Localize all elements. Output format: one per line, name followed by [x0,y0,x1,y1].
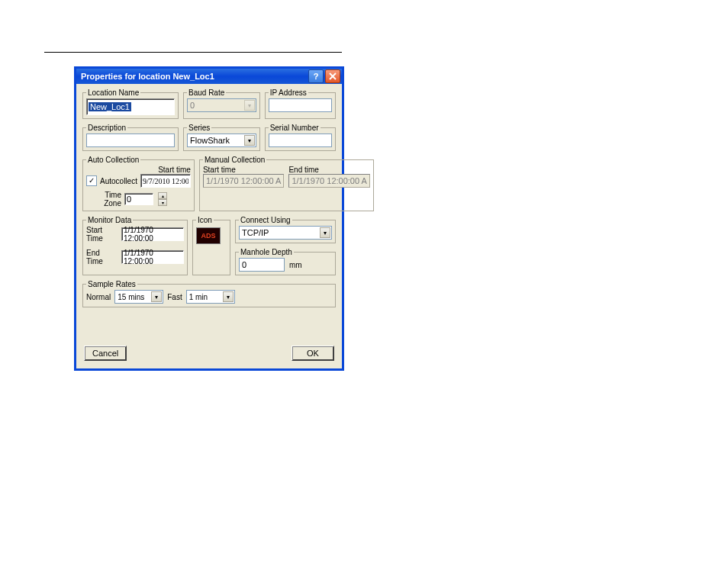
manhole-depth-input[interactable] [239,258,285,272]
ip-address-group: IP Address [265,88,336,119]
fast-label: Fast [167,293,182,301]
chevron-down-icon: ▾ [223,291,234,302]
chevron-down-icon: ▾ [320,227,330,238]
location-name-label: Location Name [86,88,140,97]
location-name-input[interactable]: New_Loc1 [89,102,131,111]
ip-address-label: IP Address [269,88,308,97]
series-group: Series FlowShark ▾ [183,124,260,151]
autocollect-starttime-input[interactable] [140,174,191,188]
monitor-data-group: Monitor Data Start Time 1/1/1970 12:00:0… [82,216,188,275]
close-icon [329,72,337,80]
cancel-button[interactable]: Cancel [84,346,127,361]
description-input[interactable] [86,134,175,147]
titlebar[interactable]: Properties for location New_Loc1 ? [76,69,342,84]
connect-using-select[interactable]: TCP/IP ▾ [239,226,332,240]
monitor-starttime-input[interactable]: 1/1/1970 12:00:00 [121,227,184,241]
sample-rates-group: Sample Rates Normal 15 mins ▾ Fast 1 min… [82,280,336,307]
properties-dialog: Properties for location New_Loc1 ? Locat… [75,67,343,370]
monitor-starttime-label: Start Time [86,226,118,243]
normal-label: Normal [86,293,111,301]
spinner-up-icon[interactable]: ▴ [158,192,167,199]
series-label: Series [187,124,211,132]
location-name-group: Location Name New_Loc1 [82,88,179,119]
chevron-down-icon: ▾ [244,135,255,146]
manual-endtime-label: End time [288,166,369,174]
manual-starttime-label: Start time [203,166,284,174]
autocollect-label: Autocollect [100,177,137,185]
spinner-down-icon[interactable]: ▾ [158,199,167,206]
fast-rate-select[interactable]: 1 min ▾ [186,290,235,304]
auto-collection-group: Auto Collection Start time ✓ Autocollect… [82,156,195,211]
dialog-client: Location Name New_Loc1 Baud Rate 0 ▾ IP … [76,84,342,368]
timezone-label: Time Zone [86,191,121,208]
autocollect-checkbox[interactable]: ✓ [86,175,97,186]
start-time-header: Start time [158,166,191,174]
timezone-spinner[interactable]: 0 [124,193,153,205]
baud-rate-label: Baud Rate [187,88,226,97]
manhole-depth-group: Manhole Depth mm [235,248,336,275]
monitor-endtime-input[interactable]: 1/1/1970 12:00:00 [121,250,184,264]
serial-number-input[interactable] [269,134,332,147]
title-text: Properties for location New_Loc1 [81,72,307,81]
help-button[interactable]: ? [308,69,324,83]
baud-rate-group: Baud Rate 0 ▾ [183,88,260,119]
sample-rates-label: Sample Rates [86,280,137,288]
auto-collection-label: Auto Collection [86,156,140,164]
serial-number-group: Serial Number [265,124,336,151]
manual-endtime-input: 1/1/1970 12:00:00 A [288,174,369,188]
close-button[interactable] [325,69,340,83]
page-divider [44,52,342,53]
monitor-endtime-label: End Time [86,249,118,265]
manual-collection-label: Manual Collection [203,156,267,164]
baud-rate-select: 0 ▾ [187,98,256,112]
connect-using-group: Connect Using TCP/IP ▾ [235,216,336,243]
connect-using-label: Connect Using [239,216,292,224]
serial-number-label: Serial Number [269,124,321,132]
manhole-depth-label: Manhole Depth [239,248,294,256]
manual-collection-group: Manual Collection Start time End time 1/… [199,156,374,211]
manual-starttime-input: 1/1/1970 12:00:00 A [203,174,284,188]
icon-group: Icon ADS [192,216,230,275]
chevron-down-icon: ▾ [151,291,162,302]
ip-address-input[interactable] [269,98,332,112]
chevron-down-icon: ▾ [244,100,255,111]
manhole-depth-unit: mm [289,261,302,269]
ok-button[interactable]: OK [292,346,334,361]
ads-icon[interactable]: ADS [196,227,221,244]
icon-label: Icon [196,216,214,224]
description-group: Description [82,124,179,151]
description-label: Description [86,124,127,132]
series-select[interactable]: FlowShark ▾ [187,134,256,147]
normal-rate-select[interactable]: 15 mins ▾ [114,290,163,304]
monitor-data-label: Monitor Data [86,216,133,224]
